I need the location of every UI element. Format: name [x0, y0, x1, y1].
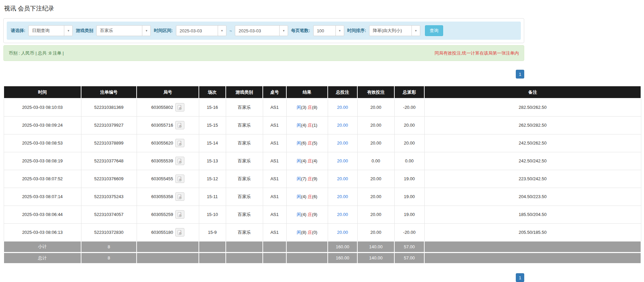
round-id-value: 603055716 [151, 123, 173, 128]
video-replay-icon[interactable] [175, 210, 184, 219]
cell-round-id: 603055716 [137, 116, 199, 134]
video-replay-icon[interactable] [175, 103, 184, 112]
video-replay-icon[interactable] [175, 121, 184, 129]
header-result: 结果 [286, 86, 328, 98]
cell-bet-id: 522310374057 [81, 206, 137, 223]
cell-table-no: AS1 [263, 98, 286, 116]
chevron-down-icon[interactable]: ▼ [218, 26, 226, 36]
chevron-down-icon[interactable]: ▼ [279, 26, 288, 36]
cell-total-bet: 20.00 [328, 170, 357, 188]
cell-result: 闲(4) 庄(1) [286, 116, 328, 134]
table-row: 2025-03-03 08:07:52 522310376609 6030554… [4, 170, 641, 188]
cell-table-no: AS1 [263, 206, 286, 223]
cell-remark: 282.50/262.50 [424, 98, 641, 116]
cell-total-bet: 20.00 [328, 152, 357, 170]
player-result: 闲 [297, 158, 301, 163]
cell-session: 15-11 [199, 188, 226, 206]
video-replay-icon[interactable] [175, 175, 184, 183]
cell-valid-bet: 20.00 [357, 134, 394, 152]
page-button-1[interactable]: 1 [516, 70, 524, 79]
table-row: 2025-03-03 08:06:44 522310374057 6030552… [4, 206, 641, 223]
banker-result: 庄 [308, 140, 312, 146]
search-button[interactable]: 查询 [425, 25, 443, 36]
header-time: 时间 [4, 86, 81, 98]
cell-bet-id: 522310378899 [81, 134, 137, 152]
header-session: 场次 [199, 86, 226, 98]
cell-remark: 185.50/204.50 [424, 206, 641, 223]
game-type-label: 游戏类别 [76, 28, 93, 34]
banker-result: 庄 [308, 212, 312, 217]
cell-time: 2025-03-03 08:07:14 [4, 188, 81, 206]
cell-result: 闲(6) 庄(5) [286, 134, 328, 152]
total-bet-link[interactable]: 20.00 [337, 194, 348, 199]
cell-time: 2025-03-03 08:06:44 [4, 206, 81, 223]
cell-game-type: 百家乐 [226, 206, 263, 223]
date-from-value: 2025-03-03 [176, 26, 218, 36]
player-result: 闲 [297, 194, 301, 199]
cell-table-no: AS1 [263, 152, 286, 170]
table-header-row: 时间 注单编号 局号 场次 游戏类别 桌号 结果 总投注 有效投注 总派彩 备注 [4, 86, 641, 98]
query-type-select[interactable]: 日期查询 ▼ [28, 25, 73, 36]
date-to-value: 2025-03-03 [235, 26, 279, 36]
header-table-no: 桌号 [263, 86, 286, 98]
video-replay-icon[interactable] [175, 192, 184, 201]
page-size-select[interactable]: 100 ▼ [313, 25, 344, 36]
chevron-down-icon[interactable]: ▼ [335, 26, 344, 36]
cell-bet-id: 522310375243 [81, 188, 137, 206]
round-id-value: 603055358 [151, 194, 173, 199]
time-sort-value: 降幂(由大到小) [369, 26, 412, 36]
total-bet-link[interactable]: 20.00 [337, 158, 348, 163]
cell-total-bet: 20.00 [328, 98, 357, 116]
video-replay-icon[interactable] [175, 228, 184, 237]
header-bet-id: 注单编号 [81, 86, 137, 98]
date-to-select[interactable]: 2025-03-03 ▼ [235, 25, 288, 36]
chevron-down-icon[interactable]: ▼ [142, 26, 150, 36]
subtotal-payout: 57.00 [394, 241, 424, 252]
cell-valid-bet: 20.00 [357, 206, 394, 223]
total-bet-link[interactable]: 20.00 [337, 140, 348, 146]
video-replay-icon[interactable] [175, 157, 184, 165]
cell-remark: 205.50/185.50 [424, 223, 641, 241]
cell-time: 2025-03-03 08:06:13 [4, 223, 81, 241]
total-bet-link[interactable]: 20.00 [337, 176, 348, 181]
time-sort-label: 时间排序: [347, 28, 366, 34]
total-bet-link[interactable]: 20.00 [337, 212, 348, 217]
time-sort-select[interactable]: 降幂(由大到小) ▼ [369, 25, 420, 36]
table-row: 2025-03-03 08:09:24 522310379927 6030557… [4, 116, 641, 134]
cell-remark: 242.50/262.50 [424, 134, 641, 152]
chevron-down-icon[interactable]: ▼ [64, 26, 72, 36]
video-replay-icon[interactable] [175, 139, 184, 147]
total-bet-link[interactable]: 20.00 [337, 230, 348, 235]
cell-result: 闲(4) 庄(9) [286, 206, 328, 223]
player-result: 闲 [297, 212, 301, 217]
banker-result: 庄 [308, 123, 312, 128]
cell-payout: 0.00 [394, 152, 424, 170]
round-id-value: 603055180 [151, 230, 173, 235]
game-type-select[interactable]: 百家乐 ▼ [96, 25, 151, 36]
round-id-value: 603055802 [151, 105, 173, 110]
table-body: 2025-03-03 08:10:03 522310381369 6030558… [4, 98, 641, 241]
cell-game-type: 百家乐 [226, 134, 263, 152]
cell-session: 15-16 [199, 98, 226, 116]
total-bet-link[interactable]: 20.00 [337, 105, 348, 110]
table-row: 2025-03-03 08:06:13 522310372830 6030551… [4, 223, 641, 241]
page-button-1[interactable]: 1 [516, 273, 524, 282]
table-row: 2025-03-03 08:07:14 522310375243 6030553… [4, 188, 641, 206]
cell-remark: 262.50/282.50 [424, 116, 641, 134]
cell-table-no: AS1 [263, 116, 286, 134]
cell-valid-bet: 20.00 [357, 170, 394, 188]
banker-result: 庄 [308, 176, 312, 181]
pagination-top: 1 [3, 70, 524, 79]
player-result: 闲 [297, 230, 301, 235]
total-count: 8 [81, 252, 137, 263]
cell-time: 2025-03-03 08:10:03 [4, 98, 81, 116]
cell-time: 2025-03-03 08:09:24 [4, 116, 81, 134]
round-id-value: 603055455 [151, 176, 173, 181]
cell-payout: -20.00 [394, 98, 424, 116]
chevron-down-icon[interactable]: ▼ [412, 26, 420, 36]
banker-result: 庄 [308, 158, 312, 163]
date-from-select[interactable]: 2025-03-03 ▼ [176, 25, 226, 36]
total-bet-link[interactable]: 20.00 [337, 123, 348, 128]
banker-result: 庄 [308, 194, 312, 199]
cell-result: 闲(7) 庄(9) [286, 170, 328, 188]
